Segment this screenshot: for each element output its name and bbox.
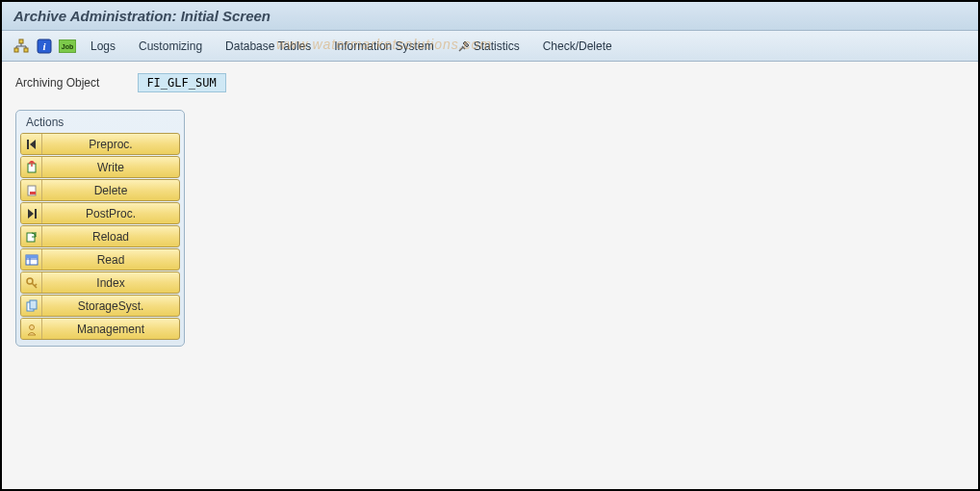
preproc-button[interactable]: Preproc. xyxy=(20,133,180,155)
toolbar-customizing[interactable]: Customizing xyxy=(129,38,212,55)
read-label: Read xyxy=(42,253,179,267)
toolbar-check-delete-label: Check/Delete xyxy=(543,39,612,53)
write-label: Write xyxy=(42,161,179,174)
postproc-label: PostProc. xyxy=(42,207,179,220)
toolbar-database-tables[interactable]: Database Tables xyxy=(216,38,321,55)
management-button[interactable]: Management xyxy=(20,318,180,340)
hierarchy-icon[interactable] xyxy=(12,37,31,56)
archiving-object-row: Archiving Object FI_GLF_SUM xyxy=(15,73,965,92)
reload-icon xyxy=(21,226,42,246)
export-icon xyxy=(21,157,42,177)
read-button[interactable]: Read xyxy=(20,248,180,271)
reload-label: Reload xyxy=(42,230,179,244)
toolbar-customizing-label: Customizing xyxy=(139,39,202,53)
delete-button[interactable]: Delete xyxy=(20,179,180,201)
write-button[interactable]: Write xyxy=(20,156,180,178)
first-icon xyxy=(21,134,42,154)
storage-label: StorageSyst. xyxy=(42,299,179,313)
preproc-label: Preproc. xyxy=(42,138,179,151)
toolbar-check-delete[interactable]: Check/Delete xyxy=(533,38,622,55)
svg-rect-16 xyxy=(26,255,38,258)
archiving-object-label: Archiving Object xyxy=(15,76,99,90)
job-icon[interactable]: Job xyxy=(58,37,77,56)
toolbar-information-system[interactable]: Information System xyxy=(324,38,443,55)
management-icon xyxy=(21,319,42,339)
toolbar-statistics[interactable]: Statistics xyxy=(448,38,529,55)
svg-text:Job: Job xyxy=(62,43,73,50)
toolbar-logs-label: Logs xyxy=(90,39,116,53)
page-title: Archive Administration: Initial Screen xyxy=(13,8,271,24)
storage-button[interactable]: StorageSyst. xyxy=(20,295,180,317)
svg-point-20 xyxy=(29,324,34,329)
last-icon xyxy=(21,203,42,223)
toolbar-database-tables-label: Database Tables xyxy=(225,39,311,53)
info-icon[interactable]: i xyxy=(35,37,54,56)
tools-icon xyxy=(457,39,471,53)
content-area: Archiving Object FI_GLF_SUM Actions Prep… xyxy=(2,62,978,489)
archiving-object-value[interactable]: FI_GLF_SUM xyxy=(138,73,226,92)
actions-panel-title: Actions xyxy=(20,114,180,133)
index-key-icon xyxy=(21,272,42,293)
postproc-button[interactable]: PostProc. xyxy=(20,202,180,224)
svg-rect-19 xyxy=(30,300,37,309)
svg-rect-7 xyxy=(27,140,29,149)
index-label: Index xyxy=(42,276,179,290)
svg-rect-2 xyxy=(24,48,28,52)
svg-rect-11 xyxy=(35,209,37,219)
index-button[interactable]: Index xyxy=(20,271,180,294)
delete-label: Delete xyxy=(42,184,179,197)
svg-rect-0 xyxy=(19,39,23,43)
management-label: Management xyxy=(42,323,179,336)
svg-rect-10 xyxy=(30,192,36,194)
reload-button[interactable]: Reload xyxy=(20,225,180,247)
storage-icon xyxy=(21,296,42,316)
svg-rect-1 xyxy=(14,48,18,52)
toolbar-statistics-label: Statistics xyxy=(474,39,520,53)
toolbar-information-system-label: Information System xyxy=(334,39,433,53)
title-bar: Archive Administration: Initial Screen xyxy=(2,2,978,31)
toolbar-logs[interactable]: Logs xyxy=(81,38,125,55)
read-table-icon xyxy=(21,249,42,270)
actions-panel: Actions Preproc. Write Delete PostProc. xyxy=(15,110,185,347)
toolbar: i Job Logs Customizing Database Tables I… xyxy=(2,31,978,62)
delete-file-icon xyxy=(21,180,42,200)
